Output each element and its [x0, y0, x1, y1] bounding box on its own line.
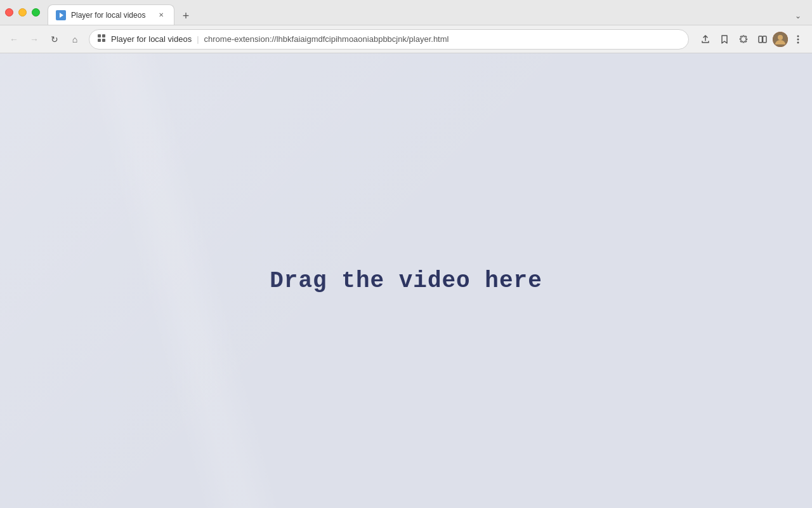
tabs-bar: Player for local videos ✕ + ⌄ [48, 0, 807, 25]
forward-button[interactable]: → [25, 30, 43, 48]
share-button[interactable] [697, 30, 714, 48]
traffic-lights [5, 8, 40, 17]
drop-instruction-text: Drag the video here [270, 268, 542, 294]
svg-rect-3 [102, 34, 105, 37]
address-divider: | [197, 34, 199, 44]
minimize-button[interactable] [18, 8, 27, 17]
maximize-button[interactable] [32, 8, 40, 17]
svg-point-10 [797, 35, 799, 37]
close-button[interactable] [5, 8, 13, 17]
page-content[interactable]: Drag the video here [0, 53, 812, 508]
svg-point-11 [797, 38, 799, 40]
site-name: Player for local videos [111, 34, 192, 44]
reload-button[interactable]: ↻ [46, 30, 63, 48]
svg-point-9 [778, 35, 783, 40]
new-tab-button[interactable]: + [177, 7, 195, 25]
tab-title: Player for local videos [71, 11, 151, 20]
svg-rect-6 [759, 36, 763, 43]
tabs-overflow-button[interactable]: ⌄ [789, 7, 807, 25]
extensions-button[interactable] [735, 30, 752, 48]
svg-point-12 [797, 41, 799, 43]
title-bar: Player for local videos ✕ + ⌄ [0, 0, 812, 25]
svg-rect-4 [98, 39, 101, 42]
address-bar[interactable]: Player for local videos | chrome-extensi… [89, 29, 689, 50]
nav-actions [697, 30, 807, 48]
home-button[interactable]: ⌂ [66, 30, 84, 48]
bookmark-button[interactable] [716, 30, 733, 48]
menu-button[interactable] [789, 30, 807, 48]
back-button[interactable]: ← [5, 30, 23, 48]
split-screen-button[interactable] [754, 30, 771, 48]
svg-rect-2 [98, 34, 101, 37]
svg-rect-5 [102, 39, 105, 42]
tab-close-button[interactable]: ✕ [156, 10, 166, 20]
svg-rect-7 [763, 36, 767, 43]
video-drop-area[interactable]: Drag the video here [0, 53, 812, 508]
browser-window: Player for local videos ✕ + ⌄ ← → ↻ ⌂ Pl… [0, 0, 812, 508]
profile-avatar[interactable] [773, 32, 788, 47]
security-icon [97, 34, 106, 44]
active-tab[interactable]: Player for local videos ✕ [48, 4, 174, 25]
address-url: chrome-extension://lhbkfaiaigmdfcipihmoa… [204, 34, 681, 44]
tab-favicon [56, 10, 66, 20]
nav-bar: ← → ↻ ⌂ Player for local videos | chrome… [0, 25, 812, 53]
